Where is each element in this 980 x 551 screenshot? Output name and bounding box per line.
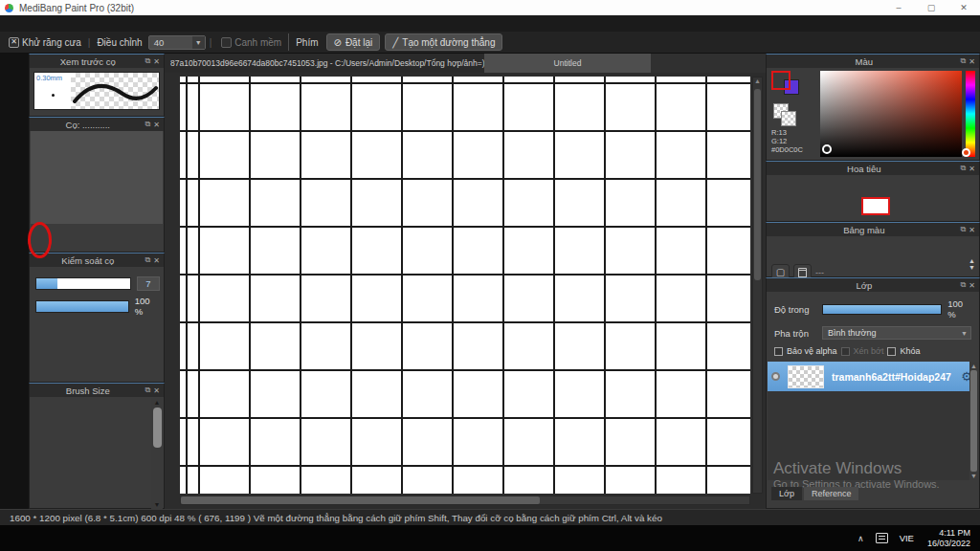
- navigator-thumbnail[interactable]: [861, 197, 890, 215]
- blend-label: Pha trộn: [774, 328, 822, 339]
- tray-chevron-icon[interactable]: ∧: [858, 534, 864, 543]
- layers-panel: Lớp ⧉ ✕ Độ trong 100 % Pha trộn Bình thư…: [766, 277, 980, 509]
- panel-title: Xem trước cọ: [33, 56, 143, 67]
- color-g-value: G:12: [771, 137, 819, 145]
- layers-tabs: Lớp Reference: [771, 487, 979, 500]
- antialias-checkbox[interactable]: ✕: [9, 37, 19, 48]
- opacity-label: Độ trong: [774, 304, 822, 315]
- layer-opacity-slider[interactable]: [822, 304, 942, 315]
- language-indicator[interactable]: VIE: [900, 533, 914, 543]
- antialias-label: Khử răng cưa: [22, 37, 81, 48]
- scrollbar[interactable]: ▲ ▼: [151, 398, 163, 509]
- popout-icon[interactable]: ⧉: [961, 225, 967, 234]
- horizontal-scrollbar[interactable]: [180, 496, 750, 505]
- hue-bar[interactable]: [966, 71, 975, 157]
- panel-title: Bảng màu: [770, 225, 958, 235]
- saturation-value-picker[interactable]: [820, 71, 962, 157]
- brush-preview-panel: Xem trước cọ ⧉ ✕ 0.30mm: [29, 54, 165, 117]
- toolbar: ✕ Khử răng cưa | Điều chỉnh 40 ▼ | Canh …: [0, 32, 980, 54]
- popout-icon[interactable]: ⧉: [961, 280, 967, 290]
- app-icon: [5, 4, 13, 12]
- brush-opacity-slider[interactable]: [35, 300, 129, 313]
- palette-footer-text: ---: [815, 268, 824, 277]
- titlebar: MediBang Paint Pro (32bit) – ▢ ✕: [0, 0, 980, 15]
- reset-button[interactable]: ⊘ Đặt lại: [326, 33, 381, 51]
- scroll-thumb[interactable]: [153, 408, 162, 448]
- popout-icon[interactable]: ⧉: [961, 56, 967, 66]
- color-hex-value: #0D0C0C: [771, 145, 819, 154]
- panel-title: Hoa tiêu: [770, 164, 958, 174]
- layer-row[interactable]: tramanh6a2tt#Hoidap247 ⚙: [768, 362, 978, 391]
- tool-column: [0, 54, 29, 509]
- brush-stroke-preview: [71, 73, 159, 109]
- close-icon[interactable]: ✕: [153, 57, 160, 66]
- tab-reference[interactable]: Reference: [804, 487, 859, 500]
- brush-size-slider[interactable]: [35, 277, 131, 290]
- popout-icon[interactable]: ⧉: [145, 386, 151, 395]
- close-icon[interactable]: ✕: [153, 256, 160, 265]
- clipping-checkbox[interactable]: [841, 347, 850, 356]
- close-icon[interactable]: ✕: [969, 165, 975, 173]
- no-entry-icon: ⊘: [334, 37, 342, 48]
- window-title: MediBang Paint Pro (32bit): [19, 3, 134, 13]
- close-icon[interactable]: ✕: [969, 281, 975, 290]
- restore-button[interactable]: ▢: [915, 0, 947, 15]
- color-r-value: R:13: [771, 128, 819, 137]
- soft-edge-checkbox[interactable]: [221, 37, 232, 48]
- blend-mode-dropdown[interactable]: Bình thường ▼: [822, 326, 971, 340]
- clock[interactable]: 4:11 PM 16/03/2022: [927, 528, 970, 549]
- panel-title: Brush Size: [33, 386, 143, 396]
- transparent-color-swatch[interactable]: [781, 111, 796, 126]
- layer-thumbnail[interactable]: [788, 365, 824, 388]
- lock-checkbox[interactable]: [887, 347, 896, 356]
- canvas[interactable]: [180, 77, 750, 494]
- palette-scroll-arrows[interactable]: ▲▼: [969, 257, 975, 271]
- minimize-button[interactable]: –: [882, 0, 915, 15]
- correction-dropdown[interactable]: 40 ▼: [148, 35, 206, 50]
- close-icon[interactable]: ✕: [969, 226, 975, 234]
- brush-size-preview: 0.30mm: [34, 73, 71, 109]
- close-icon[interactable]: ✕: [153, 121, 160, 129]
- sv-marker[interactable]: [822, 144, 832, 154]
- vertical-scrollbar[interactable]: ▲: [752, 77, 763, 494]
- close-icon[interactable]: ✕: [153, 386, 160, 395]
- lock-label: Khóa: [900, 346, 920, 356]
- protect-alpha-checkbox[interactable]: [774, 347, 783, 356]
- document-tab-label: 87a10b70013d96e6674da80bc7451053.jpg - C…: [170, 58, 484, 68]
- toolbar-separator: |: [210, 37, 212, 48]
- brush-list: [31, 131, 163, 224]
- make-line-button[interactable]: ╱ Tạo một đường thẳng: [385, 33, 502, 51]
- tab-layers[interactable]: Lớp: [771, 487, 802, 500]
- popout-icon[interactable]: ⧉: [145, 56, 151, 66]
- make-line-label: Tạo một đường thẳng: [402, 37, 495, 48]
- foreground-color-swatch[interactable]: [771, 71, 791, 90]
- navigator-panel: Hoa tiêu ⧉ ✕: [766, 161, 980, 222]
- palette-panel: Bảng màu ⧉ ✕ ▲▼ ▢ ---: [766, 222, 980, 277]
- menubar: [0, 15, 980, 32]
- hue-marker[interactable]: [962, 148, 970, 157]
- brush-dot: [52, 94, 55, 97]
- scroll-thumb[interactable]: [181, 496, 540, 504]
- layer-visibility-icon[interactable]: [771, 372, 780, 381]
- scroll-down-icon[interactable]: ▼: [154, 501, 161, 508]
- scroll-thumb[interactable]: [754, 89, 761, 280]
- taskbar: ∧ VIE 4:11 PM 16/03/2022: [0, 525, 980, 551]
- correction-value: 40: [154, 37, 165, 48]
- screen: MediBang Paint Pro (32bit) – ▢ ✕ ✕ Khử r…: [0, 0, 980, 551]
- scroll-down-icon: ▼: [970, 473, 977, 479]
- document-tab[interactable]: 87a10b70013d96e6674da80bc7451053.jpg - C…: [165, 54, 484, 73]
- popout-icon[interactable]: ⧉: [145, 255, 151, 265]
- scroll-up-icon[interactable]: ▲: [754, 77, 761, 84]
- panel-title: Cọ: ...........: [33, 120, 143, 130]
- close-icon[interactable]: ✕: [969, 57, 975, 66]
- scrollbar[interactable]: ▲ ▼: [969, 362, 978, 480]
- ime-icon[interactable]: [876, 533, 888, 543]
- document-tab-untitled[interactable]: Untitled: [484, 54, 651, 73]
- scroll-up-icon[interactable]: ▲: [154, 399, 161, 406]
- reset-label: Đặt lại: [345, 37, 372, 48]
- popout-icon[interactable]: ⧉: [961, 164, 967, 173]
- clipping-label: Xén bớt: [854, 346, 884, 356]
- check-icon: ✕: [11, 38, 17, 46]
- popout-icon[interactable]: ⧉: [145, 120, 151, 129]
- close-button[interactable]: ✕: [947, 0, 980, 15]
